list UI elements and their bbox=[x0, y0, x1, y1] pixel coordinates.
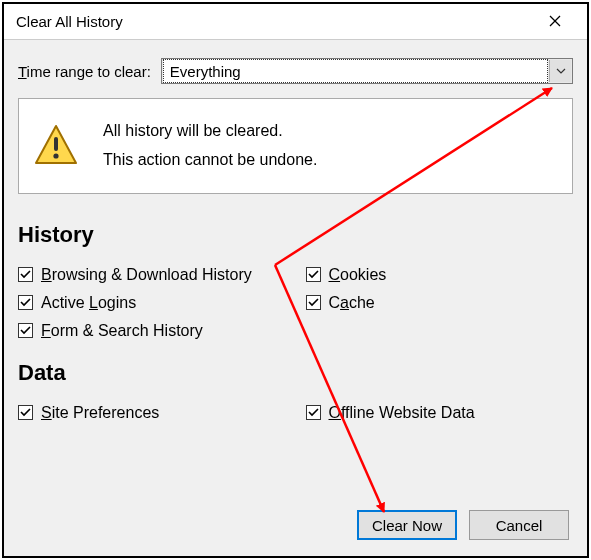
close-icon bbox=[549, 13, 561, 31]
warning-line-2: This action cannot be undone. bbox=[103, 146, 317, 175]
warning-text: All history will be cleared. This action… bbox=[103, 117, 317, 175]
checkbox-icon bbox=[18, 405, 33, 420]
browsing-history-label: Browsing & Download History bbox=[41, 266, 252, 284]
active-logins-checkbox[interactable]: Active Logins bbox=[18, 294, 286, 312]
time-range-label: Time range to clear: bbox=[18, 63, 151, 80]
browsing-history-checkbox[interactable]: Browsing & Download History bbox=[18, 266, 286, 284]
time-range-value: Everything bbox=[163, 59, 548, 83]
cache-label: Cache bbox=[329, 294, 375, 312]
data-heading: Data bbox=[18, 360, 573, 386]
active-logins-label: Active Logins bbox=[41, 294, 136, 312]
checkbox-icon bbox=[18, 323, 33, 338]
warning-box: All history will be cleared. This action… bbox=[18, 98, 573, 194]
checkbox-icon bbox=[306, 405, 321, 420]
history-heading: History bbox=[18, 222, 573, 248]
warning-icon bbox=[33, 123, 79, 169]
offline-data-checkbox[interactable]: Offline Website Data bbox=[306, 404, 574, 422]
cache-checkbox[interactable]: Cache bbox=[306, 294, 574, 312]
chevron-down-icon bbox=[549, 60, 571, 82]
form-search-history-checkbox[interactable]: Form & Search History bbox=[18, 322, 286, 340]
cookies-label: Cookies bbox=[329, 266, 387, 284]
svg-point-4 bbox=[53, 153, 58, 158]
dialog-title: Clear All History bbox=[16, 13, 123, 30]
cancel-button[interactable]: Cancel bbox=[469, 510, 569, 540]
svg-rect-3 bbox=[54, 137, 58, 151]
history-checkboxes: Browsing & Download History Active Login… bbox=[18, 266, 573, 340]
checkbox-icon bbox=[18, 295, 33, 310]
checkbox-icon bbox=[306, 267, 321, 282]
checkbox-icon bbox=[306, 295, 321, 310]
checkbox-icon bbox=[18, 267, 33, 282]
warning-line-1: All history will be cleared. bbox=[103, 117, 317, 146]
titlebar: Clear All History bbox=[4, 4, 587, 40]
close-button[interactable] bbox=[535, 7, 575, 37]
clear-now-button[interactable]: Clear Now bbox=[357, 510, 457, 540]
button-row: Clear Now Cancel bbox=[357, 510, 569, 540]
data-checkboxes: Site Preferences Offline Website Data bbox=[18, 404, 573, 422]
dialog-content: Time range to clear: Everything All hist… bbox=[4, 40, 587, 556]
clear-history-dialog: Clear All History Time range to clear: E… bbox=[2, 2, 589, 558]
form-search-history-label: Form & Search History bbox=[41, 322, 203, 340]
cookies-checkbox[interactable]: Cookies bbox=[306, 266, 574, 284]
site-preferences-label: Site Preferences bbox=[41, 404, 159, 422]
offline-data-label: Offline Website Data bbox=[329, 404, 475, 422]
site-preferences-checkbox[interactable]: Site Preferences bbox=[18, 404, 286, 422]
time-range-row: Time range to clear: Everything bbox=[18, 58, 573, 84]
time-range-select[interactable]: Everything bbox=[161, 58, 573, 84]
